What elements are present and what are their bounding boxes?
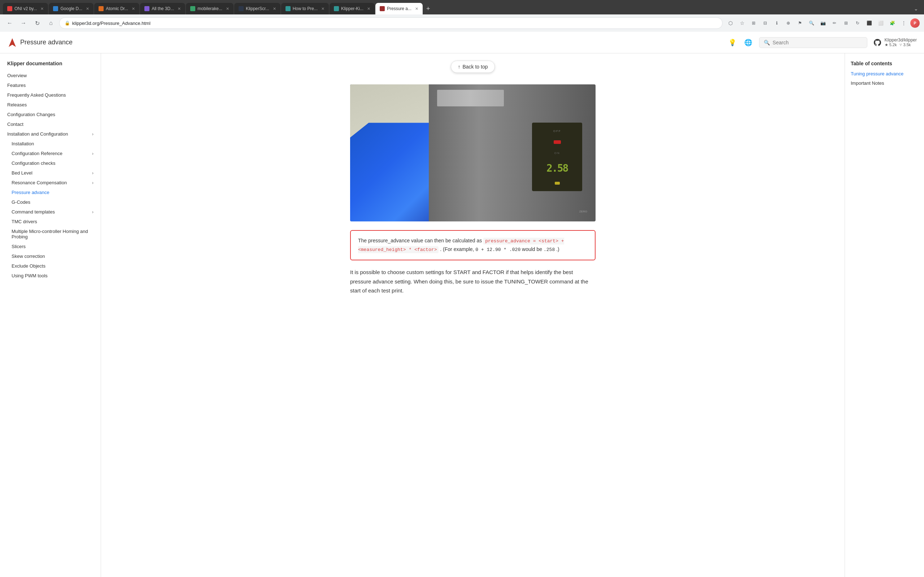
- browser-tab-tab-8[interactable]: Klipper-Ki... ✕: [330, 3, 375, 15]
- sidebar-item-label: Multiple Micro-controller Homing and Pro…: [11, 229, 94, 239]
- browser-tab-tab-7[interactable]: How to Pre... ✕: [281, 3, 329, 15]
- caliper-image-inner: OFF ON 2.58 ZERO: [350, 84, 596, 221]
- address-text: klipper3d.org/Pressure_Advance.html: [72, 21, 717, 26]
- tab-favicon: [99, 6, 103, 11]
- puzzle-icon[interactable]: 🧩: [887, 18, 897, 28]
- extension-12[interactable]: ⬜: [876, 18, 886, 28]
- browser-tab-tab-2[interactable]: Google D... ✕: [49, 3, 94, 15]
- content-area: Klipper documentation Overview Features …: [0, 53, 924, 577]
- extension-8[interactable]: ✏: [829, 18, 840, 28]
- search-box[interactable]: 🔍: [759, 37, 867, 48]
- tab-bar: ONI v2 by... ✕ Google D... ✕ Atomic Dr..…: [0, 0, 924, 15]
- sidebar-item-9[interactable]: Configuration checks: [0, 158, 101, 168]
- sidebar-item-14[interactable]: Command templates ›: [0, 207, 101, 217]
- cast-button[interactable]: ⬡: [725, 18, 736, 28]
- sidebar-item-7[interactable]: Installation: [0, 139, 101, 148]
- extension-1[interactable]: ⊞: [749, 18, 759, 28]
- browser-tab-tab-5[interactable]: mobilerake... ✕: [186, 3, 234, 15]
- new-tab-button[interactable]: +: [423, 5, 433, 13]
- extension-5[interactable]: ⚑: [795, 18, 805, 28]
- chevron-icon: ›: [92, 210, 94, 214]
- browser-tab-tab-9[interactable]: Pressure a... ✕: [375, 3, 423, 15]
- sidebar-item-16[interactable]: Multiple Micro-controller Homing and Pro…: [0, 226, 101, 242]
- browser-tab-tab-3[interactable]: Atomic Dr... ✕: [94, 3, 139, 15]
- extension-11[interactable]: ⬛: [864, 18, 874, 28]
- off-label: OFF: [553, 129, 561, 133]
- forward-button[interactable]: →: [18, 18, 29, 29]
- sidebar-item-label: Skew correction: [11, 253, 45, 259]
- extension-9[interactable]: ⊞: [841, 18, 851, 28]
- formula-text-mid: . (For example,: [440, 246, 474, 252]
- reload-button[interactable]: ↻: [32, 18, 43, 29]
- tab-favicon: [7, 6, 12, 11]
- tab-close-btn[interactable]: ✕: [86, 6, 89, 11]
- tab-close-btn[interactable]: ✕: [367, 6, 370, 11]
- tab-close-btn[interactable]: ✕: [321, 6, 325, 11]
- sidebar-item-label: Pressure advance: [11, 190, 50, 195]
- search-icon: 🔍: [764, 40, 770, 45]
- sidebar-item-5[interactable]: Contact: [0, 119, 101, 129]
- github-forks: ⑂ 3.5k: [900, 43, 911, 47]
- sidebar-item-3[interactable]: Releases: [0, 100, 101, 110]
- tab-label: Atomic Dr...: [106, 6, 128, 11]
- extension-2[interactable]: ⊟: [760, 18, 770, 28]
- language-toggle[interactable]: 🌐: [743, 37, 753, 48]
- sidebar-item-10[interactable]: Bed Level ›: [0, 168, 101, 178]
- sidebar-item-17[interactable]: Slicers: [0, 242, 101, 251]
- tab-favicon: [239, 6, 244, 11]
- zero-text: ZERO: [579, 210, 587, 213]
- address-bar[interactable]: 🔒 klipper3d.org/Pressure_Advance.html: [59, 17, 723, 29]
- home-button[interactable]: ⌂: [45, 18, 56, 29]
- extension-10[interactable]: ↻: [853, 18, 863, 28]
- tab-close-btn[interactable]: ✕: [226, 6, 229, 11]
- back-button[interactable]: ←: [4, 18, 15, 29]
- browser-tab-tab-1[interactable]: ONI v2 by... ✕: [3, 3, 48, 15]
- scale-bar: [437, 90, 504, 106]
- sidebar-item-12[interactable]: Pressure advance: [0, 187, 101, 197]
- search-input[interactable]: [773, 40, 863, 45]
- formula-example: 0 + 12.90 * .020: [475, 247, 520, 253]
- extension-3[interactable]: ℹ: [772, 18, 782, 28]
- extension-7[interactable]: 📷: [818, 18, 828, 28]
- sidebar-item-label: Overview: [7, 73, 27, 78]
- tab-close-btn[interactable]: ✕: [132, 6, 135, 11]
- sidebar-item-6[interactable]: Installation and Configuration ›: [0, 129, 101, 139]
- sidebar-item-2[interactable]: Frequently Asked Questions: [0, 90, 101, 100]
- caliper-image: OFF ON 2.58 ZERO: [350, 84, 596, 221]
- tab-favicon: [53, 6, 58, 11]
- sidebar-item-4[interactable]: Configuration Changes: [0, 110, 101, 119]
- avatar[interactable]: P: [910, 18, 920, 28]
- github-link[interactable]: Klipper3d/klipper ★ 5.2k ⑂ 3.5k: [873, 37, 917, 47]
- tab-favicon: [190, 6, 195, 11]
- sidebar-item-19[interactable]: Exclude Objects: [0, 261, 101, 271]
- more-button[interactable]: ⋮: [899, 18, 909, 28]
- extension-6[interactable]: 🔍: [806, 18, 816, 28]
- sidebar-item-8[interactable]: Configuration Reference ›: [0, 148, 101, 158]
- tab-close-btn[interactable]: ✕: [40, 6, 44, 11]
- github-stars: ★ 5.2k: [885, 43, 897, 47]
- sidebar-item-0[interactable]: Overview: [0, 71, 101, 81]
- browser-tab-tab-6[interactable]: KlipperScr... ✕: [234, 3, 281, 15]
- sidebar-item-15[interactable]: TMC drivers: [0, 217, 101, 226]
- tab-dropdown-button[interactable]: ⌄: [911, 6, 921, 11]
- tab-close-btn[interactable]: ✕: [415, 6, 418, 11]
- github-icon: [873, 38, 882, 47]
- bookmark-button[interactable]: ☆: [737, 18, 747, 28]
- sidebar-item-20[interactable]: Using PWM tools: [0, 271, 101, 280]
- theme-toggle[interactable]: 💡: [727, 37, 737, 48]
- tab-close-btn[interactable]: ✕: [178, 6, 181, 11]
- extension-4[interactable]: ⊕: [783, 18, 793, 28]
- sidebar-item-13[interactable]: G-Codes: [0, 197, 101, 207]
- tab-close-btn[interactable]: ✕: [273, 6, 276, 11]
- back-to-top-button[interactable]: ↑ Back to top: [451, 61, 494, 73]
- svg-marker-0: [9, 38, 16, 47]
- sidebar-item-1[interactable]: Features: [0, 81, 101, 90]
- sidebar-item-18[interactable]: Skew correction: [0, 251, 101, 261]
- browser-tab-tab-4[interactable]: All the 3D... ✕: [140, 3, 185, 15]
- lock-icon: 🔒: [65, 21, 70, 26]
- toc-item-0[interactable]: Tuning pressure advance: [851, 71, 918, 77]
- formula-box: The pressure_advance value can then be c…: [350, 230, 596, 260]
- formula-end: .): [556, 246, 559, 252]
- logo: Pressure advance: [7, 37, 73, 48]
- sidebar-item-11[interactable]: Resonance Compensation ›: [0, 178, 101, 187]
